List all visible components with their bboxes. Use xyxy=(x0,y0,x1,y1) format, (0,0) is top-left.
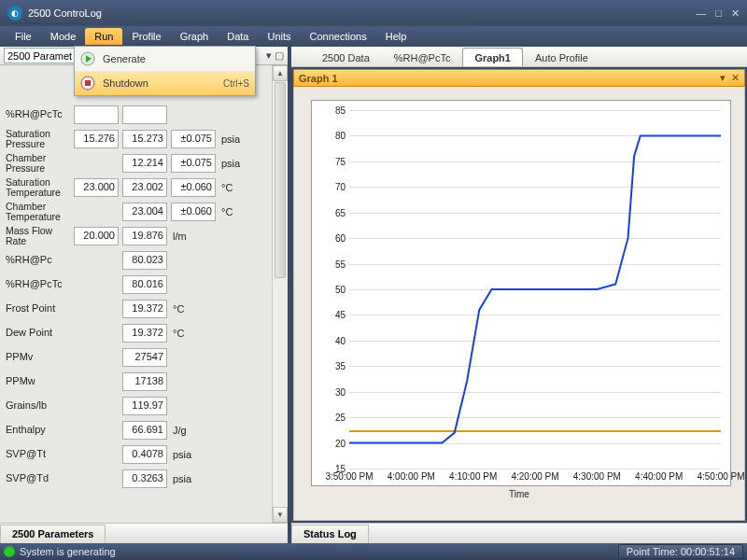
param-row: PPMw17138 xyxy=(4,370,288,394)
menu-profile[interactable]: Profile xyxy=(122,28,170,45)
menu-graph[interactable]: Graph xyxy=(171,28,218,45)
param-unit: °C xyxy=(219,206,247,217)
param-row: %RH@Pc80.023 xyxy=(4,248,288,273)
graph-close-icon[interactable]: ✕ xyxy=(731,72,740,84)
menu-help[interactable]: Help xyxy=(376,28,416,45)
param-row: Grains/lb119.97 xyxy=(4,394,288,418)
tab-status-log[interactable]: Status Log xyxy=(291,525,369,543)
param-label: Frost Point xyxy=(4,303,74,315)
param-value: 27547 xyxy=(122,348,167,367)
close-button[interactable]: ✕ xyxy=(731,7,740,20)
run-shutdown-label: Shutdown xyxy=(103,77,223,89)
param-row: Chamber Temperature23.004±0.060°C xyxy=(4,200,288,224)
plot-frame: 1520253035404550556065707580853:50:00 PM… xyxy=(311,100,731,486)
tab-rh-pctc[interactable]: %RH@PcTc xyxy=(382,48,463,66)
svg-rect-3 xyxy=(85,80,91,86)
param-setpoint[interactable]: 23.000 xyxy=(74,178,119,197)
param-value: 19.372 xyxy=(122,300,167,318)
param-value: 80.016 xyxy=(122,275,167,294)
scroll-up-icon[interactable]: ▲ xyxy=(273,65,288,81)
param-value: 119.97 xyxy=(122,397,167,415)
param-row: PPMv27547 xyxy=(4,345,288,370)
param-row: %RH@PcTc xyxy=(4,103,288,127)
status-point-time: Point Time: 00:00:51:14 xyxy=(618,544,743,559)
param-label: Chamber Pressure xyxy=(4,153,74,174)
tab-2500-parameters[interactable]: 2500 Parameters xyxy=(0,525,106,543)
graph-options-icon[interactable]: ▾ xyxy=(720,72,726,84)
run-shutdown[interactable]: Shutdown Ctrl+S xyxy=(75,71,255,95)
param-row: SVP@Td0.3263psia xyxy=(4,467,288,491)
param-value: 12.214 xyxy=(122,154,167,173)
param-unit: psia xyxy=(219,158,247,169)
menubar: File Mode Run Profile Graph Data Units C… xyxy=(0,26,747,47)
run-generate[interactable]: Generate xyxy=(75,47,255,71)
param-row: Dew Point19.372°C xyxy=(4,321,288,345)
menu-connections[interactable]: Connections xyxy=(301,28,376,45)
param-unit: psia xyxy=(219,133,247,145)
param-label: SVP@Tt xyxy=(4,449,74,460)
graph-area: 1520253035404550556065707580853:50:00 PM… xyxy=(293,87,745,521)
param-setpoint[interactable]: 15.276 xyxy=(74,130,119,148)
param-value: 80.023 xyxy=(122,251,167,270)
param-row: %RH@PcTc80.016 xyxy=(4,273,288,297)
tab-2500-data[interactable]: 2500 Data xyxy=(310,48,382,66)
parameters-pane: 2500 Paramet ▾ ▢ ▲ ▼ %RH@PcTcSaturation … xyxy=(0,47,291,543)
right-pane: 2500 Data %RH@PcTc Graph1 Auto Profile G… xyxy=(291,47,747,543)
right-tabstrip: 2500 Data %RH@PcTc Graph1 Auto Profile xyxy=(291,47,747,67)
titlebar: ◐ 2500 ControLog — □ ✕ xyxy=(0,0,747,26)
param-label: Grains/lb xyxy=(4,400,74,412)
series-line xyxy=(349,135,721,442)
param-unit: °C xyxy=(219,182,247,193)
workarea: 2500 Paramet ▾ ▢ ▲ ▼ %RH@PcTcSaturation … xyxy=(0,47,747,543)
param-row: SVP@Tt0.4078psia xyxy=(4,442,288,467)
param-unit: J/g xyxy=(171,425,199,436)
param-label: PPMv xyxy=(4,352,74,363)
x-axis-label: Time xyxy=(509,489,529,499)
window-title: 2500 ControLog xyxy=(28,7,696,19)
minimize-button[interactable]: — xyxy=(696,7,706,20)
menu-mode[interactable]: Mode xyxy=(41,28,86,45)
maximize-button[interactable]: □ xyxy=(715,7,722,20)
menu-run[interactable]: Run xyxy=(85,28,122,45)
param-label: SVP@Td xyxy=(4,473,74,484)
param-label: Saturation Temperature xyxy=(4,177,74,198)
statusbar: System is generating Point Time: 00:00:5… xyxy=(0,543,747,560)
scrollbar[interactable]: ▲ ▼ xyxy=(272,65,288,523)
param-value: 19.372 xyxy=(122,324,167,343)
param-value: 23.004 xyxy=(122,203,167,221)
dropdown-chevron-icon[interactable]: ▾ xyxy=(266,49,272,62)
param-setpoint[interactable]: 20.000 xyxy=(74,227,119,245)
stop-icon xyxy=(78,74,97,92)
param-label: %RH@Pc xyxy=(4,255,74,266)
param-label: Mass Flow Rate xyxy=(4,226,74,246)
menu-units[interactable]: Units xyxy=(258,28,300,45)
param-value xyxy=(122,105,167,124)
param-label: %RH@PcTc xyxy=(4,279,74,290)
tab-auto-profile[interactable]: Auto Profile xyxy=(523,48,600,66)
param-value: 19.876 xyxy=(122,227,167,245)
param-value: 66.691 xyxy=(122,421,167,440)
run-generate-label: Generate xyxy=(103,53,249,64)
window-controls: — □ ✕ xyxy=(696,7,740,20)
param-label: Chamber Temperature xyxy=(4,202,74,222)
param-row: Chamber Pressure12.214±0.075psia xyxy=(4,151,288,175)
param-setpoint[interactable] xyxy=(74,105,119,124)
param-row: Enthalpy66.691J/g xyxy=(4,418,288,442)
param-value: 0.4078 xyxy=(122,445,167,464)
run-dropdown: Generate Shutdown Ctrl+S xyxy=(74,46,256,96)
param-tolerance: ±0.075 xyxy=(171,130,216,148)
menu-data[interactable]: Data xyxy=(218,28,258,45)
tab-graph1[interactable]: Graph1 xyxy=(462,48,523,66)
scroll-down-icon[interactable]: ▼ xyxy=(273,507,288,523)
scroll-thumb[interactable] xyxy=(275,82,286,278)
parameters-selector-value: 2500 Paramet xyxy=(7,50,72,62)
param-unit: °C xyxy=(171,303,199,315)
menu-file[interactable]: File xyxy=(6,28,41,45)
param-unit: l/m xyxy=(171,231,199,242)
param-tolerance: ±0.060 xyxy=(171,178,216,197)
pin-icon[interactable]: ▢ xyxy=(275,49,284,62)
param-row: Mass Flow Rate20.00019.876l/m xyxy=(4,224,288,248)
param-value: 23.002 xyxy=(122,178,167,197)
graph-title: Graph 1 xyxy=(299,73,720,84)
parameters-body: ▲ ▼ %RH@PcTcSaturation Pressure15.27615.… xyxy=(0,65,288,523)
